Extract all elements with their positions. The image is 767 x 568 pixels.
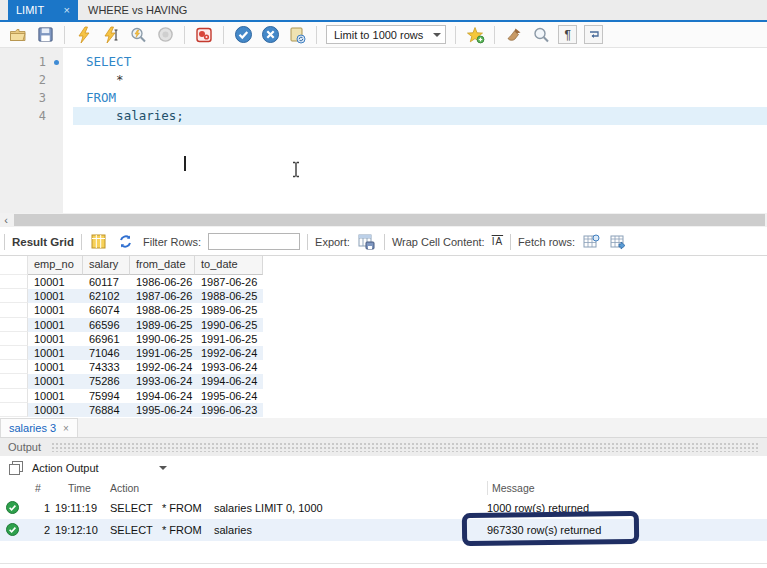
- column-header-to-date[interactable]: to_date: [195, 256, 263, 275]
- toggle-stop-on-error-button[interactable]: [194, 25, 214, 45]
- table-cell[interactable]: 1996-06-23: [195, 403, 263, 417]
- table-cell[interactable]: 1995-06-24: [195, 389, 263, 403]
- invisible-characters-button[interactable]: ¶: [558, 25, 577, 44]
- wrap-text-button[interactable]: [584, 25, 603, 44]
- rollback-button[interactable]: [260, 25, 280, 45]
- result-tab-salaries-3[interactable]: salaries 3 ×: [0, 418, 78, 437]
- grid-view-button[interactable]: [89, 232, 109, 252]
- export-button[interactable]: [357, 232, 377, 252]
- table-cell[interactable]: 1993-06-24: [130, 374, 195, 388]
- fetch-next-button[interactable]: [609, 232, 629, 252]
- table-cell[interactable]: 10001: [28, 289, 83, 303]
- table-cell[interactable]: 10001: [28, 374, 83, 388]
- table-cell[interactable]: 1989-06-25: [195, 303, 263, 317]
- tab-limit[interactable]: LIMIT ×: [8, 0, 78, 20]
- beautify-button[interactable]: [504, 25, 524, 45]
- code-line[interactable]: FROM: [63, 89, 767, 107]
- table-cell[interactable]: 10001: [28, 389, 83, 403]
- column-header-from-date[interactable]: from_date: [130, 256, 195, 275]
- table-cell[interactable]: 66074: [83, 303, 130, 317]
- row-selector-cell[interactable]: [0, 389, 28, 403]
- table-cell[interactable]: 76884: [83, 403, 130, 417]
- table-cell[interactable]: 1995-06-24: [130, 403, 195, 417]
- row-selector-cell[interactable]: [0, 332, 28, 346]
- save-snippet-button[interactable]: [465, 25, 485, 45]
- table-cell[interactable]: 10001: [28, 360, 83, 374]
- column-header-emp-no[interactable]: emp_no: [28, 256, 83, 275]
- close-icon[interactable]: ×: [63, 423, 69, 434]
- code-line[interactable]: SELECT: [63, 53, 767, 71]
- table-cell[interactable]: 1988-06-25: [195, 289, 263, 303]
- explain-button[interactable]: [128, 25, 148, 45]
- commit-button[interactable]: [233, 25, 253, 45]
- row-selector-cell[interactable]: [0, 275, 28, 289]
- stop-button[interactable]: [155, 25, 175, 45]
- table-cell[interactable]: 1991-06-25: [195, 332, 263, 346]
- sql-editor[interactable]: 1234 SELECT *FROM salaries;: [0, 48, 767, 213]
- table-cell[interactable]: 10001: [28, 346, 83, 360]
- refresh-button[interactable]: [116, 232, 136, 252]
- output-row[interactable]: 219:12:10SELECT* FROMsalaries967330 row(…: [0, 519, 767, 541]
- table-cell[interactable]: 1990-06-25: [130, 332, 195, 346]
- table-row[interactable]: 10001710461991-06-251992-06-24: [0, 346, 263, 360]
- execute-button[interactable]: [74, 25, 94, 45]
- table-cell[interactable]: 1994-06-24: [195, 374, 263, 388]
- table-cell[interactable]: 71046: [83, 346, 130, 360]
- table-cell[interactable]: 74333: [83, 360, 130, 374]
- table-row[interactable]: 10001743331992-06-241993-06-24: [0, 360, 263, 374]
- table-row[interactable]: 10001660741988-06-251989-06-25: [0, 303, 263, 317]
- code-line[interactable]: *: [63, 71, 767, 89]
- table-cell[interactable]: 1989-06-25: [130, 318, 195, 332]
- table-cell[interactable]: 10001: [28, 275, 83, 289]
- fetch-previous-button[interactable]: [582, 232, 602, 252]
- table-row[interactable]: 10001759941994-06-241995-06-24: [0, 389, 263, 403]
- table-row[interactable]: 10001601171986-06-261987-06-26: [0, 275, 263, 289]
- row-selector-cell[interactable]: [0, 360, 28, 374]
- row-selector-cell[interactable]: [0, 346, 28, 360]
- find-button[interactable]: [531, 25, 551, 45]
- table-row[interactable]: 10001621021987-06-261988-06-25: [0, 289, 263, 303]
- filter-rows-input[interactable]: [208, 233, 300, 250]
- table-cell[interactable]: 1988-06-25: [130, 303, 195, 317]
- table-cell[interactable]: 1987-06-26: [130, 289, 195, 303]
- row-selector-cell[interactable]: [0, 289, 28, 303]
- table-cell[interactable]: 1992-06-24: [130, 360, 195, 374]
- open-script-button[interactable]: [8, 25, 28, 45]
- table-cell[interactable]: 10001: [28, 403, 83, 417]
- row-selector-cell[interactable]: [0, 403, 28, 417]
- row-selector-cell[interactable]: [0, 318, 28, 332]
- table-cell[interactable]: 10001: [28, 332, 83, 346]
- scroll-left-arrow[interactable]: ‹: [0, 213, 12, 227]
- column-header-salary[interactable]: salary: [83, 256, 130, 275]
- table-row[interactable]: 10001752861993-06-241994-06-24: [0, 374, 263, 388]
- table-row[interactable]: 10001768841995-06-241996-06-23: [0, 403, 263, 417]
- editor-code[interactable]: SELECT *FROM salaries;: [63, 48, 767, 213]
- row-selector-header[interactable]: [0, 256, 28, 275]
- table-cell[interactable]: 1992-06-24: [195, 346, 263, 360]
- table-cell[interactable]: 1991-06-25: [130, 346, 195, 360]
- table-cell[interactable]: 1994-06-24: [130, 389, 195, 403]
- table-row[interactable]: 10001669611990-06-251991-06-25: [0, 332, 263, 346]
- table-cell[interactable]: 75286: [83, 374, 130, 388]
- output-type-dropdown[interactable]: Action Output: [32, 462, 167, 474]
- table-row[interactable]: 10001665961989-06-251990-06-25: [0, 318, 263, 332]
- table-cell[interactable]: 75994: [83, 389, 130, 403]
- save-script-button[interactable]: [35, 25, 55, 45]
- table-cell[interactable]: 66961: [83, 332, 130, 346]
- table-cell[interactable]: 66596: [83, 318, 130, 332]
- table-cell[interactable]: 62102: [83, 289, 130, 303]
- table-cell[interactable]: 1986-06-26: [130, 275, 195, 289]
- table-cell[interactable]: 10001: [28, 303, 83, 317]
- editor-hscrollbar[interactable]: ‹: [0, 213, 767, 227]
- hscrollbar-thumb[interactable]: [14, 214, 765, 226]
- wrap-cell-content-button[interactable]: IA: [492, 236, 503, 247]
- table-cell[interactable]: 1993-06-24: [195, 360, 263, 374]
- code-line[interactable]: salaries;: [63, 107, 767, 125]
- execute-current-statement-button[interactable]: [101, 25, 121, 45]
- toggle-autocommit-button[interactable]: [287, 25, 307, 45]
- tab-where-vs-having[interactable]: WHERE vs HAVING: [78, 0, 197, 20]
- limit-rows-dropdown[interactable]: Limit to 1000 rows: [326, 25, 446, 44]
- row-selector-cell[interactable]: [0, 374, 28, 388]
- table-cell[interactable]: 1990-06-25: [195, 318, 263, 332]
- table-cell[interactable]: 1987-06-26: [195, 275, 263, 289]
